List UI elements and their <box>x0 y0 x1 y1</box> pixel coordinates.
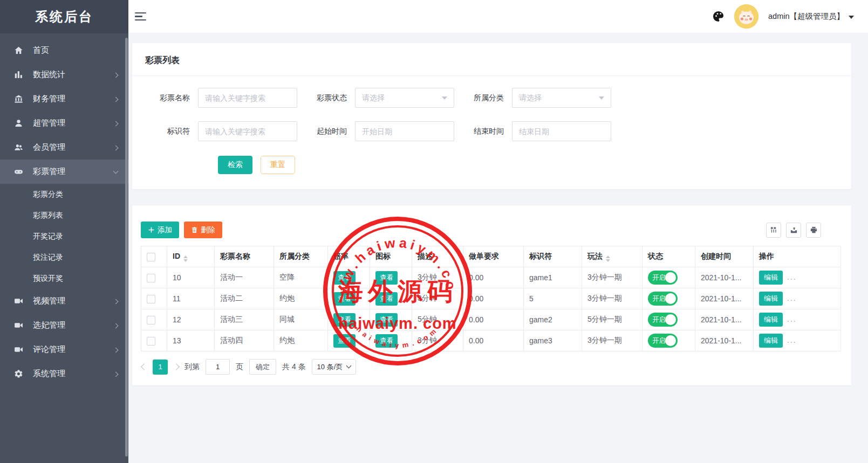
select-caret-icon <box>442 96 447 100</box>
col-id[interactable]: ID <box>167 246 215 267</box>
page-size-select[interactable]: 10 条/页 <box>312 359 357 375</box>
table-row: 10 活动一 空降 查看 查看 3分钟 0.00 game1 3分钟一期 开启 … <box>141 267 841 288</box>
user-icon <box>13 118 24 129</box>
table-row: 13 活动四 约炮 查看 查看 3分钟 0.00 game3 3分钟一期 开启 … <box>141 330 841 351</box>
status-toggle[interactable]: 开启 <box>648 313 678 327</box>
sidebar-item-preset-draw[interactable]: 预设开奖 <box>0 268 128 289</box>
next-page-button[interactable] <box>173 363 180 370</box>
col-identifier: 标识符 <box>524 246 582 267</box>
toggle-columns-button[interactable] <box>766 223 781 238</box>
gamepad-icon <box>13 167 24 177</box>
chevron-right-icon <box>113 299 119 304</box>
row-checkbox[interactable] <box>147 316 155 324</box>
sidebar-toggle-button[interactable] <box>135 10 148 23</box>
col-actions: 操作 <box>754 246 841 267</box>
view-icon-button[interactable]: 查看 <box>375 292 398 306</box>
more-actions[interactable]: ... <box>787 294 797 302</box>
edit-button[interactable]: 编辑 <box>759 292 783 306</box>
sidebar-item-lottery-list[interactable]: 彩票列表 <box>0 205 128 226</box>
category-select[interactable]: 请选择 <box>512 88 611 108</box>
select-all-checkbox[interactable] <box>147 253 155 261</box>
table-row: 12 活动三 同城 查看 查看 5分钟 0.00 game2 5分钟一期 开启 … <box>141 309 841 330</box>
gear-icon <box>13 369 24 379</box>
sidebar-item-statistics[interactable]: 数据统计 <box>0 63 128 87</box>
sidebar-item-video[interactable]: 视频管理 <box>0 289 128 313</box>
view-odds-button[interactable]: 查看 <box>333 334 356 348</box>
sidebar-item-lottery[interactable]: 彩票管理 <box>0 160 128 184</box>
jump-page-input[interactable] <box>206 359 230 375</box>
view-icon-button[interactable]: 查看 <box>375 334 398 348</box>
sort-icon <box>606 255 610 262</box>
lottery-name-input[interactable] <box>198 88 297 108</box>
sidebar-item-bet-records[interactable]: 投注记录 <box>0 247 128 268</box>
status-toggle[interactable]: 开启 <box>648 271 678 285</box>
view-odds-button[interactable]: 查看 <box>333 292 356 306</box>
page-title: 彩票列表 <box>132 43 851 75</box>
col-play[interactable]: 玩法 <box>582 246 643 267</box>
more-actions[interactable]: ... <box>787 336 797 344</box>
view-icon-button[interactable]: 查看 <box>375 313 398 327</box>
sort-icon <box>183 255 188 262</box>
search-button[interactable]: 检索 <box>218 156 252 174</box>
row-checkbox[interactable] <box>147 274 155 282</box>
start-date-input[interactable] <box>355 121 454 141</box>
start-time-label: 起始时间 <box>309 127 347 136</box>
view-odds-button[interactable]: 查看 <box>333 271 356 285</box>
pagination: 1 到第 页 确定 共 4 条 10 条/页 <box>141 351 843 378</box>
sidebar-item-comments[interactable]: 评论管理 <box>0 337 128 362</box>
edit-button[interactable]: 编辑 <box>759 271 783 285</box>
identifier-label: 标识符 <box>152 127 190 136</box>
sidebar-item-home[interactable]: 首页 <box>0 38 128 63</box>
chevron-right-icon <box>113 145 119 150</box>
page-number-button[interactable]: 1 <box>153 360 168 375</box>
sidebar-item-system[interactable]: 系统管理 <box>0 362 128 386</box>
reset-button[interactable]: 重置 <box>261 156 295 174</box>
status-toggle[interactable]: 开启 <box>648 292 678 306</box>
print-button[interactable] <box>806 223 821 238</box>
users-icon <box>13 142 24 153</box>
edit-button[interactable]: 编辑 <box>759 334 783 348</box>
view-odds-button[interactable]: 查看 <box>333 313 356 327</box>
user-avatar[interactable] <box>734 4 758 29</box>
theme-palette-button[interactable] <box>712 10 725 23</box>
chevron-right-icon <box>113 121 119 126</box>
col-requirement: 做单要求 <box>463 246 524 267</box>
sidebar-item-members[interactable]: 会员管理 <box>0 135 128 160</box>
sidebar-scrollbar[interactable] <box>125 38 128 457</box>
chevron-right-icon <box>113 371 119 377</box>
lottery-status-select[interactable]: 请选择 <box>355 88 454 108</box>
status-toggle[interactable]: 开启 <box>648 334 678 348</box>
trash-icon <box>191 226 198 233</box>
total-count-label: 共 4 条 <box>282 362 306 372</box>
row-checkbox[interactable] <box>147 295 155 303</box>
filter-card: 彩票列表 彩票名称 彩票状态 请选择 <box>132 43 851 189</box>
row-checkbox[interactable] <box>147 337 155 345</box>
sidebar-item-finance[interactable]: 财务管理 <box>0 87 128 111</box>
prev-page-button[interactable] <box>141 363 148 370</box>
delete-button[interactable]: 删除 <box>184 222 222 238</box>
sidebar-item-admins[interactable]: 超管管理 <box>0 111 128 135</box>
sidebar-item-draw-records[interactable]: 开奖记录 <box>0 226 128 247</box>
more-actions[interactable]: ... <box>787 273 797 281</box>
sidebar-item-lottery-category[interactable]: 彩票分类 <box>0 184 128 205</box>
caret-down-icon <box>849 16 854 19</box>
video-camera-icon <box>13 320 24 331</box>
edit-button[interactable]: 编辑 <box>759 313 783 327</box>
end-date-input[interactable] <box>512 121 611 141</box>
sidebar-item-concubine[interactable]: 选妃管理 <box>0 313 128 337</box>
home-icon <box>13 45 24 56</box>
bar-chart-icon <box>13 70 24 80</box>
lottery-name-label: 彩票名称 <box>152 93 190 103</box>
export-button[interactable] <box>786 223 801 238</box>
more-actions[interactable]: ... <box>787 315 797 323</box>
user-menu[interactable]: admin【超级管理员】 <box>768 11 854 22</box>
identifier-input[interactable] <box>198 121 297 141</box>
table-card: 添加 删除 <box>132 205 851 385</box>
view-icon-button[interactable]: 查看 <box>375 271 398 285</box>
palette-icon <box>712 10 725 23</box>
table-row: 11 活动二 约炮 查看 查看 3分钟 0.00 5 3分钟一期 开启 2021… <box>141 288 841 309</box>
jump-confirm-button[interactable]: 确定 <box>249 359 276 375</box>
add-button[interactable]: 添加 <box>141 222 179 238</box>
category-label: 所属分类 <box>466 93 504 103</box>
sidebar: 系统后台 首页 数据统计 财务管理 <box>0 0 128 463</box>
